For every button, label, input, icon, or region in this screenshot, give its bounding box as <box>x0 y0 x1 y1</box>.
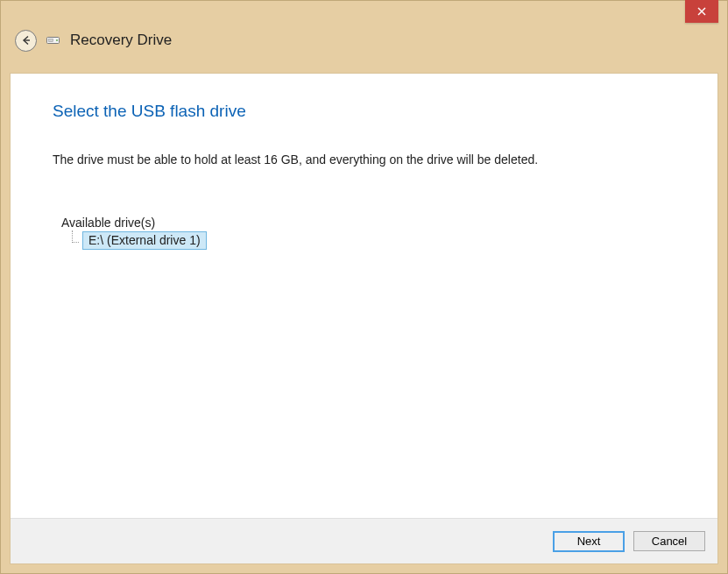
close-icon <box>696 6 707 17</box>
drive-icon <box>46 35 61 46</box>
svg-rect-5 <box>49 39 53 42</box>
available-drives-label: Available drive(s) <box>61 216 675 230</box>
drive-item-label: E:\ (External drive 1) <box>82 231 207 250</box>
back-button[interactable] <box>15 30 37 52</box>
drive-item[interactable]: E:\ (External drive 1) <box>70 231 207 250</box>
drive-tree: E:\ (External drive 1) <box>70 231 675 252</box>
window-title: Recovery Drive <box>70 32 172 49</box>
wizard-window: Recovery Drive Select the USB flash driv… <box>0 0 728 574</box>
tree-connector-icon <box>70 234 81 248</box>
close-button[interactable] <box>685 0 718 23</box>
next-button[interactable]: Next <box>553 531 625 552</box>
button-bar: Next Cancel <box>11 518 717 563</box>
content-panel: Select the USB flash drive The drive mus… <box>10 73 718 564</box>
instruction-text: The drive must be able to hold at least … <box>53 152 675 167</box>
content-inner: Select the USB flash drive The drive mus… <box>11 74 717 518</box>
header: Recovery Drive <box>1 24 727 55</box>
titlebar <box>1 1 727 24</box>
page-heading: Select the USB flash drive <box>53 102 675 121</box>
back-arrow-icon <box>20 34 32 46</box>
svg-point-4 <box>56 39 58 41</box>
cancel-button[interactable]: Cancel <box>633 531 705 551</box>
